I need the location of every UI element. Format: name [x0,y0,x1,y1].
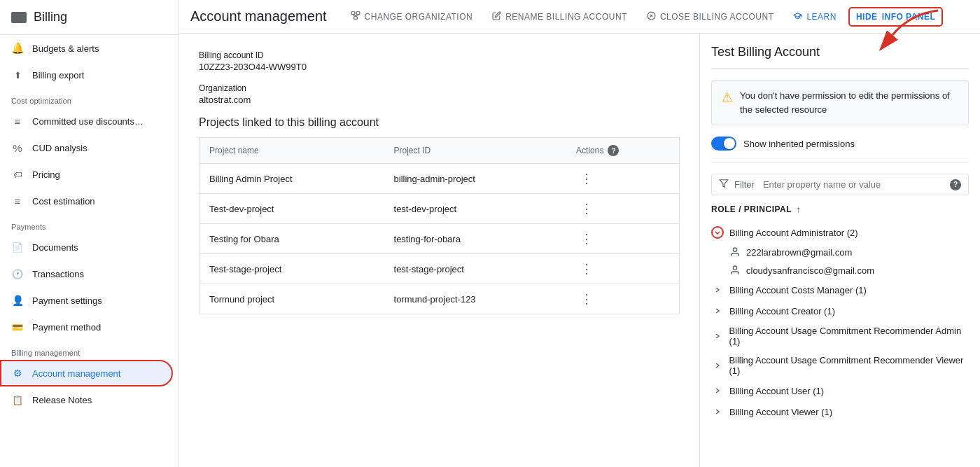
sidebar: Billing 🔔 Budgets & alerts ⬆ Billing exp… [0,0,179,467]
toggle-thumb [724,138,735,149]
sidebar-item-documents[interactable]: 📄 Documents [0,234,173,260]
sidebar-item-billing-export[interactable]: ⬆ Billing export [0,62,173,88]
project-menu-button[interactable]: ⋮ [576,291,597,307]
learn-icon [793,11,802,22]
sidebar-item-committed-use[interactable]: ≡ Committed use discounts… [0,108,173,134]
project-id-cell: tormund-project-123 [384,284,567,314]
project-menu-button[interactable]: ⋮ [576,230,597,247]
person-icon [729,265,741,276]
learn-button[interactable]: LEARN [786,7,844,27]
cud-analysis-icon: % [11,141,24,154]
main-panel: Billing account ID 10ZZ23-203O44-WW99T0 … [179,34,700,467]
role-item[interactable]: Billing Account Creator (1) [711,300,969,321]
app-title: Billing [34,10,67,25]
role-member-item: cloudysanfrancisco@gmail.com [711,261,969,279]
sidebar-item-label: CUD analysis [32,143,88,153]
projects-table: Project name Project ID Actions ? [199,137,680,314]
role-expand-btn[interactable] [711,405,724,418]
role-label: Billing Account Usage Commitment Recomme… [729,355,969,376]
project-menu-button[interactable]: ⋮ [576,170,597,187]
close-billing-account-button[interactable]: CLOSE BILLING ACCOUNT [640,7,781,27]
role-item[interactable]: Billing Account Usage Commitment Recomme… [711,321,969,351]
change-org-icon [351,11,360,22]
sidebar-item-label: Budgets & alerts [32,43,99,54]
sidebar-item-label: Pricing [32,169,60,180]
role-expand-btn[interactable] [711,330,724,342]
sort-asc-icon[interactable]: ↑ [796,204,802,215]
role-item[interactable]: Billing Account Viewer (1) [711,401,969,422]
sidebar-item-label: Committed use discounts… [32,116,144,127]
show-inherited-toggle[interactable] [711,137,736,151]
col-header-actions: Actions ? [566,138,679,164]
close-billing-icon [647,11,656,22]
person-icon [729,246,741,258]
table-row: Testing for Obara testing-for-obara ⋮ [200,224,680,254]
show-inherited-toggle-row: Show inherited permissions [711,137,969,162]
warning-text: You don't have permission to edit the pe… [740,89,958,116]
info-panel-label: INFO PANEL [882,12,936,22]
sidebar-item-budgets-alerts[interactable]: 🔔 Budgets & alerts [0,35,173,62]
project-menu-button[interactable]: ⋮ [576,200,597,217]
sidebar-item-transactions[interactable]: 🕐 Transactions [0,260,173,287]
role-item[interactable]: Billing Account Administrator (2) 222lar… [711,222,969,279]
sidebar-item-pricing[interactable]: 🏷 Pricing [0,161,173,188]
role-item[interactable]: Billing Account User (1) [711,380,969,401]
billing-management-section-label: Billing management [0,340,178,360]
cost-estimation-icon: ≡ [11,195,24,207]
project-actions-cell: ⋮ [566,164,679,194]
toggle-track [711,137,736,151]
sidebar-item-release-notes[interactable]: 📋 Release Notes [0,386,173,413]
filter-icon [719,179,729,190]
close-billing-account-label: CLOSE BILLING ACCOUNT [660,12,774,22]
role-expand-btn[interactable] [711,305,724,317]
change-organization-button[interactable]: CHANGE ORGANIZATION [344,6,480,27]
project-actions-cell: ⋮ [566,224,679,254]
role-label: Billing Account Viewer (1) [729,407,832,417]
topbar: Account management CHANGE ORGANIZATION R… [179,0,980,34]
svg-point-11 [733,248,736,251]
role-expand-btn[interactable] [711,359,723,372]
member-email: cloudysanfrancisco@gmail.com [746,265,874,276]
role-expand-btn[interactable] [711,284,724,296]
role-item[interactable]: Billing Account Usage Commitment Recomme… [711,351,969,380]
table-row: Test-dev-project test-dev-project ⋮ [200,194,680,224]
toggle-label: Show inherited permissions [743,139,855,149]
sidebar-item-cost-estimation[interactable]: ≡ Cost estimation [0,188,173,214]
filter-input[interactable] [763,179,941,190]
payment-settings-icon: 👤 [11,294,24,307]
committed-use-icon: ≡ [11,115,24,127]
hide-info-panel-button[interactable]: HIDE INFO PANEL [849,8,942,26]
role-label: Billing Account User (1) [729,386,824,396]
svg-marker-10 [720,180,728,188]
member-email: 222larabrown@gmail.com [746,247,852,258]
sidebar-item-cud-analysis[interactable]: % CUD analysis [0,134,173,161]
billing-icon [11,12,27,23]
col-header-project-id: Project ID [384,138,567,164]
role-expand-btn[interactable] [711,384,724,397]
sidebar-item-payment-method[interactable]: 💳 Payment method [0,314,173,340]
sidebar-item-label: Release Notes [32,395,92,405]
payments-section-label: Payments [0,214,178,234]
sidebar-item-label: Payment settings [32,295,102,306]
change-organization-label: CHANGE ORGANIZATION [365,12,473,22]
project-id-cell: billing-admin-project [384,164,567,194]
sidebar-item-account-management[interactable]: ⚙ Account management [0,360,173,386]
role-collapse-btn[interactable] [711,226,724,239]
role-item[interactable]: Billing Account Costs Manager (1) [711,279,969,300]
filter-help-icon[interactable]: ? [950,179,961,190]
sidebar-item-label: Payment method [32,322,101,333]
project-name-cell: Test-stage-project [200,254,384,284]
sidebar-item-label: Billing export [32,70,84,81]
actions-help-icon[interactable]: ? [608,145,619,156]
learn-label: LEARN [806,12,836,22]
role-label: Billing Account Usage Commitment Recomme… [729,326,969,347]
sidebar-item-payment-settings[interactable]: 👤 Payment settings [0,287,173,314]
table-row: Billing Admin Project billing-admin-proj… [200,164,680,194]
project-menu-button[interactable]: ⋮ [576,260,597,277]
rename-billing-account-button[interactable]: RENAME BILLING ACCOUNT [485,7,634,27]
project-id-cell: testing-for-obara [384,224,567,254]
billing-export-icon: ⬆ [11,69,24,81]
svg-rect-1 [356,12,360,15]
billing-account-id-value: 10ZZ23-203O44-WW99T0 [199,62,680,72]
payment-method-icon: 💳 [11,321,24,333]
